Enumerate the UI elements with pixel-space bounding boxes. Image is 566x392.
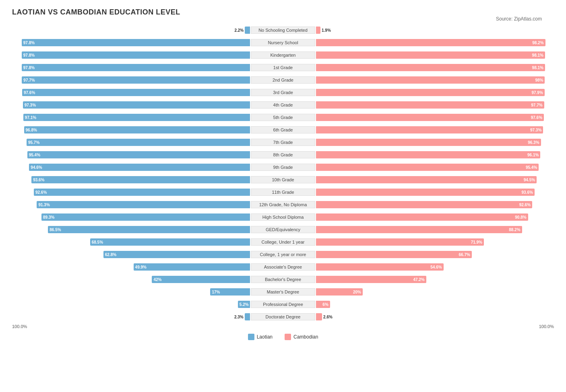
right-bar: 96.3%: [316, 139, 541, 146]
laotian-color-swatch: [248, 334, 254, 340]
bar-row: 97.6%3rd Grade97.9%: [12, 87, 554, 98]
left-bar: 96.8%: [24, 126, 250, 133]
bar-row: 62.8%College, 1 year or more66.7%: [12, 249, 554, 260]
bar-row: 92.6%11th Grade93.6%: [12, 187, 554, 198]
left-bar: 97.1%: [23, 114, 250, 121]
right-value: 98.2%: [532, 41, 543, 45]
left-value: 49.9%: [135, 265, 147, 269]
education-level-label: GED/Equivalency: [251, 226, 315, 233]
right-bar: 96.1%: [316, 151, 540, 158]
left-bar: 97.7%: [22, 76, 250, 84]
left-bar: 94.6%: [29, 164, 250, 171]
left-value: 96.8%: [26, 128, 37, 132]
left-bar: 89.3%: [41, 213, 250, 221]
left-bar: 5.2%: [238, 301, 250, 308]
right-value: 97.3%: [530, 128, 541, 132]
education-level-label: 4th Grade: [251, 101, 315, 109]
right-bar: 98%: [316, 76, 545, 84]
education-level-label: Doctorate Degree: [251, 313, 315, 320]
education-level-label: Nursery School: [251, 39, 315, 46]
right-value: 88.2%: [509, 228, 520, 232]
education-level-label: 9th Grade: [251, 164, 315, 171]
right-bar: 94.5%: [316, 176, 537, 183]
bar-row: 17%Master's Degree20%: [12, 286, 554, 298]
right-value: 6%: [322, 302, 328, 307]
left-value: 42%: [153, 277, 161, 282]
left-bar: 68.5%: [90, 238, 250, 246]
bar-row: 97.7%2nd Grade98%: [12, 74, 554, 86]
education-level-label: Professional Degree: [251, 301, 315, 308]
source-label: Source: ZipAtlas.com: [496, 16, 542, 22]
left-bar: 95.4%: [27, 151, 250, 158]
right-bar: 98.1%: [316, 51, 545, 59]
left-value: 97.3%: [25, 103, 36, 107]
right-bar: 93.6%: [316, 189, 535, 196]
right-bar: 20%: [316, 288, 363, 296]
left-value: 97.1%: [25, 115, 36, 120]
left-value: 97.7%: [23, 78, 35, 82]
legend-cambodian: Cambodian: [285, 334, 318, 340]
cambodian-color-swatch: [285, 334, 291, 340]
left-bar: 95.7%: [27, 139, 250, 146]
bottom-labels: 100.0% 100.0%: [12, 324, 554, 329]
left-bar: 97.8%: [22, 51, 250, 59]
education-level-label: Kindergarten: [251, 51, 315, 59]
right-value: 93.6%: [522, 190, 533, 195]
right-value: 97.9%: [531, 90, 543, 95]
left-bar: 97.8%: [22, 39, 250, 46]
right-bar: [316, 27, 320, 34]
left-value: 89.3%: [43, 215, 54, 220]
right-bar: 98.1%: [316, 64, 545, 71]
right-bar: [316, 313, 322, 320]
bar-row: 2.2%No Schooling Completed1.9%: [12, 25, 554, 36]
education-level-label: 1st Grade: [251, 64, 315, 71]
right-bar: 97.7%: [316, 101, 544, 109]
right-bar: 97.6%: [316, 114, 544, 121]
right-value: 66.7%: [459, 252, 470, 257]
left-bar: 97.3%: [23, 101, 250, 109]
legend-cambodian-label: Cambodian: [293, 334, 318, 340]
education-level-label: Associate's Degree: [251, 263, 315, 271]
bar-row: 91.3%12th Grade, No Diploma92.6%: [12, 199, 554, 210]
legend-laotian: Laotian: [248, 334, 273, 340]
left-value: 97.8%: [23, 41, 35, 45]
right-value: 71.9%: [471, 240, 482, 244]
education-level-label: Bachelor's Degree: [251, 276, 315, 283]
left-bar: [245, 313, 250, 320]
legend: Laotian Cambodian: [12, 334, 554, 340]
bar-row: 97.8%Kindergarten98.1%: [12, 49, 554, 61]
bottom-right-label: 100.0%: [539, 324, 554, 329]
right-bar: 88.2%: [316, 226, 522, 233]
chart-container: 2.2%No Schooling Completed1.9%97.8%Nurse…: [12, 25, 554, 340]
education-level-label: 5th Grade: [251, 114, 315, 121]
left-value: 17%: [212, 290, 220, 294]
right-value: 92.6%: [519, 203, 531, 207]
left-value-outside: 2.2%: [234, 28, 244, 33]
education-level-label: 10th Grade: [251, 176, 315, 183]
right-bar: 97.3%: [316, 126, 543, 133]
right-value: 95.4%: [526, 165, 537, 170]
right-bar: 97.9%: [316, 89, 545, 96]
left-bar: 49.9%: [134, 263, 250, 271]
left-value: 94.6%: [31, 165, 42, 170]
left-value: 68.5%: [92, 240, 103, 244]
bar-row: 97.1%5th Grade97.6%: [12, 112, 554, 123]
right-bar: 92.6%: [316, 201, 532, 208]
bar-row: 96.8%6th Grade97.3%: [12, 124, 554, 135]
right-value-outside: 1.9%: [322, 28, 331, 33]
bar-row: 89.3%High School Diploma90.8%: [12, 211, 554, 223]
left-value: 97.6%: [24, 90, 35, 95]
left-bar: 91.3%: [37, 201, 250, 208]
left-bar: 42%: [152, 276, 250, 283]
left-value: 91.3%: [38, 203, 50, 207]
right-value: 98.1%: [532, 53, 543, 57]
right-value: 90.8%: [515, 215, 526, 220]
left-value: 95.7%: [28, 140, 39, 145]
right-bar: 95.4%: [316, 164, 539, 171]
right-value: 98.1%: [532, 66, 543, 70]
chart-title: LAOTIAN VS CAMBODIAN EDUCATION LEVEL: [12, 8, 554, 16]
education-level-label: No Schooling Completed: [251, 27, 315, 34]
right-value: 54.6%: [430, 265, 442, 269]
right-bar: 90.8%: [316, 213, 528, 221]
right-bar: 98.2%: [316, 39, 545, 46]
